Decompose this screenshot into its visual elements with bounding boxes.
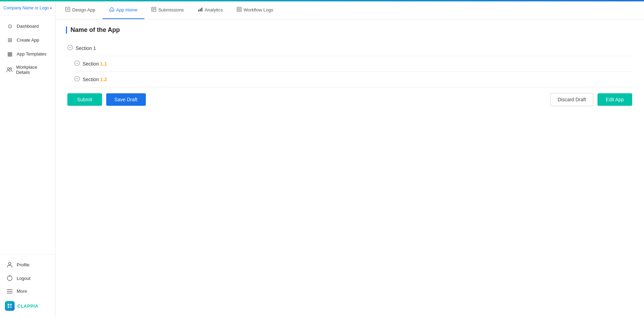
sidebar-brand: CLAPPIA [0,298,55,314]
section-1-1-row[interactable]: Section 1.1 [73,56,634,72]
tab-design-app-label: Design App [72,7,95,12]
sidebar-item-label: Profile [17,262,30,267]
sidebar-item-dashboard[interactable]: ⊙ Dashboard [1,19,54,33]
sidebar-item-label: Logout [17,276,31,281]
tab-app-home-label: App Home [116,7,137,12]
svg-rect-9 [10,304,12,306]
sidebar-item-logout[interactable]: Logout [1,272,54,285]
logout-icon [6,275,13,281]
sidebar-item-label: Create App [17,37,39,43]
company-logo-text: Company Name or Logo [3,6,49,11]
tab-analytics[interactable]: Analytics [191,1,230,19]
section-1-2-label: Section 1.2 [83,77,107,82]
sidebar-item-more[interactable]: More [1,285,54,297]
sidebar-item-label: Workplace Details [16,65,49,75]
svg-rect-10 [8,306,9,308]
tab-workflow-logs[interactable]: Workflow Logs [230,1,280,19]
dashboard-icon: ⊙ [6,23,13,29]
svg-point-1 [10,68,12,69]
sidebar-item-label: Dashboard [17,24,39,29]
section-1-1-number: 1.1 [100,61,107,67]
app-title: Name of the App [66,26,634,34]
sidebar-item-label: More [17,289,27,294]
tab-design-app[interactable]: Design App [58,1,102,19]
sidebar-item-workplace-details[interactable]: Workplace Details [1,61,54,78]
analytics-icon [198,7,203,13]
design-app-icon [65,7,70,13]
discard-draft-button[interactable]: Discard Draft [550,93,593,106]
app-home-icon [109,7,114,13]
app-templates-icon: ▦ [6,51,13,57]
brand-name-text: CLAPPIA [17,303,39,309]
submit-button[interactable]: Submit [67,93,102,106]
workplace-details-icon [6,67,12,72]
page-content: Name of the App Section 1 [56,19,644,317]
brand-icon [5,301,15,311]
section-collapse-icon [67,45,73,52]
section-1-2-row[interactable]: Section 1.2 [73,72,634,87]
save-draft-button[interactable]: Save Draft [106,93,146,106]
section-1-2-collapse-icon [74,76,80,83]
section-1-2-number: 1.2 [100,77,107,82]
chevron-down-icon: ▾ [50,6,52,10]
svg-rect-19 [198,10,199,11]
tab-submissions[interactable]: Submissions [144,1,191,19]
section-1-1-label: Section 1.1 [83,61,107,67]
sidebar-bottom: Profile Logout [0,255,55,317]
sidebar-logo[interactable]: Company Name or Logo ▾ [0,1,55,16]
tab-bar: Design App App Home [56,1,644,19]
section-1-1-collapse-icon [74,60,80,67]
sidebar-item-create-app[interactable]: ⊞ Create App [1,33,54,47]
workflow-logs-icon [237,7,242,13]
main-content: Design App App Home [56,1,644,317]
section-1-label: Section 1 [76,45,96,51]
sidebar-item-profile[interactable]: Profile [1,258,54,271]
svg-point-2 [9,263,11,265]
subsections-container: Section 1.1 Section 1.2 [73,56,634,87]
more-icon [6,289,13,294]
svg-rect-12 [66,7,70,11]
svg-rect-8 [8,304,9,306]
tab-analytics-label: Analytics [205,7,223,12]
tab-app-home[interactable]: App Home [102,1,144,19]
svg-rect-11 [10,306,12,308]
tab-submissions-label: Submissions [158,7,184,12]
sidebar-nav: ⊙ Dashboard ⊞ Create App ▦ App Templates [0,16,55,255]
tab-workflow-logs-label: Workflow Logs [244,7,273,12]
svg-point-0 [7,68,9,70]
svg-rect-21 [201,8,202,11]
sidebar: Company Name or Logo ▾ ⊙ Dashboard ⊞ Cre… [0,1,56,317]
create-app-icon: ⊞ [6,37,13,43]
svg-rect-20 [200,9,201,11]
profile-icon [6,262,13,268]
submissions-icon [151,7,156,13]
edit-app-button[interactable]: Edit App [597,93,632,106]
sidebar-item-label: App Templates [17,51,47,57]
section-1-row[interactable]: Section 1 [66,41,634,56]
sidebar-item-app-templates[interactable]: ▦ App Templates [1,47,54,61]
action-bar: Submit Save Draft Discard Draft Edit App [66,87,634,112]
